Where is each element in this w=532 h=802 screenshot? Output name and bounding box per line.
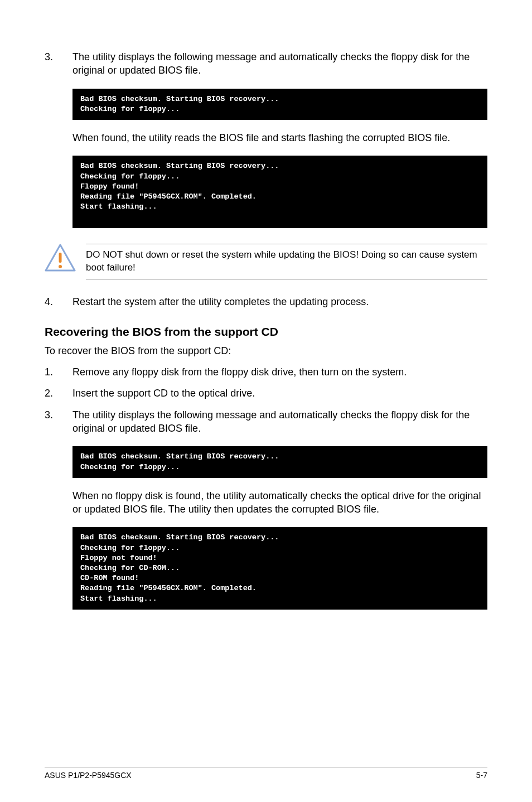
step-number: 3. <box>45 408 72 436</box>
intro-paragraph: To recover the BIOS from the support CD: <box>45 344 487 357</box>
warning-icon <box>45 244 76 273</box>
cd-step-1: 1. Remove any floppy disk from the flopp… <box>45 365 487 379</box>
step-text: The utility displays the following messa… <box>72 50 487 78</box>
svg-rect-1 <box>59 253 62 263</box>
footer-left: ASUS P1/P2-P5945GCX <box>45 771 132 780</box>
terminal-output-3: Bad BIOS checksum. Starting BIOS recover… <box>72 446 487 477</box>
step-number: 2. <box>45 386 72 400</box>
step-4: 4. Restart the system after the utility … <box>45 295 487 308</box>
cd-step-3: 3. The utility displays the following me… <box>45 408 487 436</box>
svg-point-2 <box>59 265 62 268</box>
step-number: 3. <box>45 50 72 78</box>
step-text: Insert the support CD to the optical dri… <box>72 386 487 400</box>
step-number: 1. <box>45 365 72 379</box>
step-text: The utility displays the following messa… <box>72 408 487 436</box>
section-heading: Recovering the BIOS from the support CD <box>45 325 487 339</box>
step-3: 3. The utility displays the following me… <box>45 50 487 78</box>
warning-text: DO NOT shut down or reset the system whi… <box>86 244 487 279</box>
paragraph-no-floppy: When no floppy disk is found, the utilit… <box>72 489 487 516</box>
page-footer: ASUS P1/P2-P5945GCX 5-7 <box>45 767 487 780</box>
step-text: Restart the system after the utility com… <box>72 295 487 308</box>
terminal-output-2: Bad BIOS checksum. Starting BIOS recover… <box>72 156 487 228</box>
document-page: 3. The utility displays the following me… <box>0 0 532 802</box>
cd-step-2: 2. Insert the support CD to the optical … <box>45 386 487 400</box>
terminal-output-1: Bad BIOS checksum. Starting BIOS recover… <box>72 89 487 120</box>
warning-note: DO NOT shut down or reset the system whi… <box>45 244 487 279</box>
terminal-output-4: Bad BIOS checksum. Starting BIOS recover… <box>72 527 487 610</box>
step-text: Remove any floppy disk from the floppy d… <box>72 365 487 379</box>
footer-right: 5-7 <box>476 771 487 780</box>
step-number: 4. <box>45 295 72 308</box>
paragraph-found: When found, the utility reads the BIOS f… <box>72 131 487 144</box>
